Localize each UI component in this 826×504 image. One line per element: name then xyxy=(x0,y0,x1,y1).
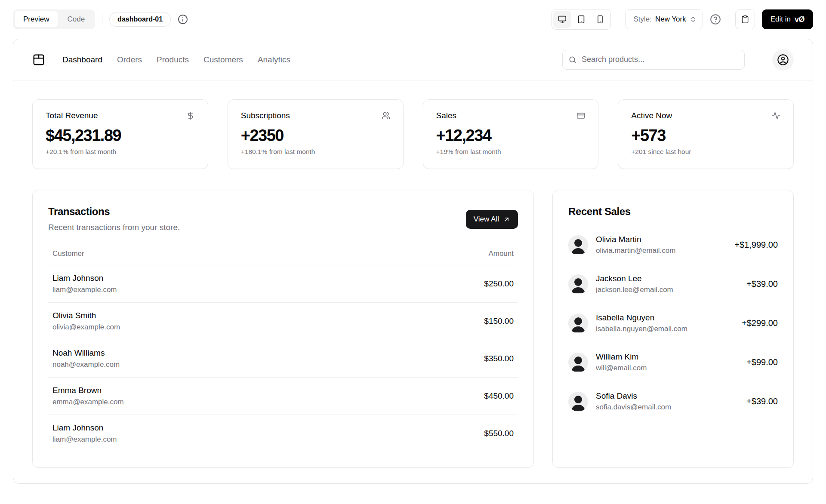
sale-amount: +$99.00 xyxy=(746,357,778,367)
device-toggle-group xyxy=(552,9,611,30)
stat-value: +573 xyxy=(631,126,780,145)
stat-value: +12,234 xyxy=(436,126,586,145)
toolbar-divider xyxy=(102,14,102,25)
user-menu-button[interactable] xyxy=(772,49,794,71)
avatar xyxy=(568,392,588,412)
customer-name: Emma Brown xyxy=(52,386,361,395)
customer-name: Liam Johnson xyxy=(52,423,361,433)
table-row[interactable]: Olivia Smitholivia@example.com $150.00 xyxy=(48,303,518,340)
block-toolbar: Preview Code dashboard-01 Style: New Yor… xyxy=(0,0,826,30)
sale-name: Sofia Davis xyxy=(596,391,739,401)
users-icon xyxy=(382,111,390,120)
list-item[interactable]: Sofia Davissofia.davis@email.com +$39.00 xyxy=(568,391,778,412)
stat-card-sales: Sales +12,234 +19% from last month xyxy=(423,99,599,169)
transaction-amount: $150.00 xyxy=(361,303,518,340)
sale-amount: +$1,999.00 xyxy=(734,240,778,250)
column-header-amount: Amount xyxy=(361,249,518,265)
column-header-customer: Customer xyxy=(48,249,361,265)
list-item[interactable]: Jackson Leejackson.lee@email.com +$39.00 xyxy=(568,274,778,294)
customer-name: Liam Johnson xyxy=(52,274,361,283)
search-icon xyxy=(568,55,577,64)
stat-change: +20.1% from last month xyxy=(46,148,195,156)
sale-amount: +$39.00 xyxy=(746,396,778,406)
list-item[interactable]: Olivia Martinolivia.martin@email.com +$1… xyxy=(568,235,778,255)
customer-email: noah@example.com xyxy=(52,360,361,369)
app-navbar: Dashboard Orders Products Customers Anal… xyxy=(13,39,813,80)
style-value: New York xyxy=(655,15,686,24)
tab-preview[interactable]: Preview xyxy=(15,11,58,28)
list-item[interactable]: Isabella Nguyenisabella.nguyen@email.com… xyxy=(568,313,778,333)
nav-item-dashboard[interactable]: Dashboard xyxy=(62,55,102,65)
style-select[interactable]: Style: New York xyxy=(625,9,703,29)
info-icon[interactable] xyxy=(178,14,188,25)
transactions-card: Transactions Recent transactions from yo… xyxy=(32,190,534,468)
copy-code-button[interactable] xyxy=(735,9,755,29)
view-all-button[interactable]: View All xyxy=(466,210,518,229)
style-label: Style: xyxy=(633,15,652,24)
table-row[interactable]: Emma Brownemma@example.com $450.00 xyxy=(48,378,518,415)
chevrons-up-down-icon xyxy=(690,16,697,23)
v0-logo: vØ xyxy=(795,15,804,24)
stat-title: Subscriptions xyxy=(241,111,290,120)
table-row[interactable]: Liam Johnsonliam@example.com $250.00 xyxy=(48,265,518,303)
sale-amount: +$299.00 xyxy=(742,318,778,328)
list-item[interactable]: William Kimwill@email.com +$99.00 xyxy=(568,352,778,372)
store-logo-icon[interactable] xyxy=(32,53,45,66)
nav-item-products[interactable]: Products xyxy=(157,55,189,65)
block-name-badge: dashboard-01 xyxy=(109,12,171,27)
stats-grid: Total Revenue $45,231.89 +20.1% from las… xyxy=(32,99,794,169)
transaction-amount: $250.00 xyxy=(361,265,518,303)
stat-change: +19% from last month xyxy=(436,148,586,156)
recent-sales-title: Recent Sales xyxy=(568,206,778,218)
stat-card-active-now: Active Now +573 +201 since last hour xyxy=(618,99,794,169)
sale-email: isabella.nguyen@email.com xyxy=(596,325,734,333)
sale-amount: +$39.00 xyxy=(746,279,778,289)
sale-name: Isabella Nguyen xyxy=(596,313,734,323)
tablet-icon[interactable] xyxy=(572,11,590,28)
clipboard-icon xyxy=(741,15,749,24)
toolbar-divider xyxy=(728,14,728,25)
stat-card-subscriptions: Subscriptions +2350 +180.1% from last mo… xyxy=(228,99,404,169)
stat-title: Active Now xyxy=(631,111,672,120)
monitor-icon[interactable] xyxy=(553,11,571,28)
main-nav: Dashboard Orders Products Customers Anal… xyxy=(62,55,290,65)
customer-email: liam@example.com xyxy=(52,286,361,294)
nav-item-customers[interactable]: Customers xyxy=(203,55,243,65)
table-row[interactable]: Noah Williamsnoah@example.com $350.00 xyxy=(48,340,518,378)
sale-name: William Kim xyxy=(596,352,739,362)
stat-change: +180.1% from last month xyxy=(241,148,390,156)
sale-email: jackson.lee@email.com xyxy=(596,286,739,294)
nav-item-orders[interactable]: Orders xyxy=(117,55,142,65)
circle-user-icon xyxy=(777,54,789,66)
transaction-amount: $450.00 xyxy=(361,378,518,415)
recent-sales-card: Recent Sales Olivia Martinolivia.martin@… xyxy=(552,190,794,468)
customer-email: liam@example.com xyxy=(52,435,361,444)
preview-code-toggle: Preview Code xyxy=(13,9,95,29)
sale-email: will@email.com xyxy=(596,364,739,372)
credit-card-icon xyxy=(576,111,585,120)
help-icon[interactable] xyxy=(710,14,721,25)
stat-value: $45,231.89 xyxy=(46,126,195,145)
stat-card-total-revenue: Total Revenue $45,231.89 +20.1% from las… xyxy=(32,99,208,169)
table-row[interactable]: Liam Johnsonliam@example.com $550.00 xyxy=(48,415,518,452)
nav-item-analytics[interactable]: Analytics xyxy=(258,55,290,65)
avatar xyxy=(568,313,588,333)
sale-email: olivia.martin@email.com xyxy=(596,246,727,255)
edit-in-v0-button[interactable]: Edit in vØ xyxy=(762,9,813,29)
avatar xyxy=(568,353,588,372)
search-box xyxy=(562,50,745,70)
customer-email: olivia@example.com xyxy=(52,323,361,332)
transaction-amount: $350.00 xyxy=(361,340,518,378)
transactions-table: Customer Amount Liam Johnsonliam@example… xyxy=(48,249,518,452)
transactions-title: Transactions xyxy=(48,206,180,218)
customer-name: Olivia Smith xyxy=(52,311,361,320)
smartphone-icon[interactable] xyxy=(591,11,609,28)
sale-name: Jackson Lee xyxy=(596,274,739,283)
toolbar-divider xyxy=(618,14,618,25)
tab-code[interactable]: Code xyxy=(59,11,93,28)
customer-name: Noah Williams xyxy=(52,348,361,358)
view-all-label: View All xyxy=(474,215,499,224)
avatar xyxy=(568,235,588,255)
activity-icon xyxy=(772,111,780,120)
search-input[interactable] xyxy=(562,50,745,70)
